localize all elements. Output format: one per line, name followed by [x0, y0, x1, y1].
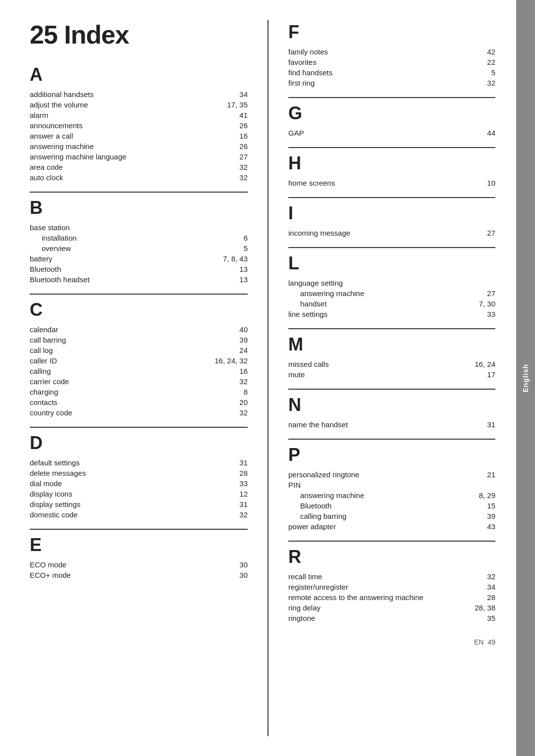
page-title: 25 Index	[30, 20, 248, 50]
section-b: Bbase stationinstallation6overview5batte…	[30, 198, 248, 285]
entry-page: 41	[213, 111, 248, 119]
entry-page: 27	[461, 229, 495, 237]
index-entry: domestic code32	[30, 509, 248, 520]
entry-page: 16	[213, 367, 248, 375]
entry-page: 28, 38	[461, 604, 495, 612]
index-entry: language setting	[288, 278, 495, 288]
index-entry: ringtone35	[288, 613, 495, 623]
entry-page: 22	[461, 58, 495, 66]
index-entry: answering machine8, 29	[288, 490, 495, 501]
section-divider	[288, 328, 495, 329]
side-tab-label: English	[522, 364, 530, 393]
entry-name: PIN	[288, 481, 301, 489]
entry-page: 39	[213, 336, 248, 344]
entry-name: domestic code	[30, 510, 78, 519]
index-entry: overview5	[30, 243, 248, 253]
entry-name: power adapter	[288, 522, 336, 531]
index-entry: answering machine language27	[30, 151, 248, 162]
section-divider	[30, 529, 248, 530]
entry-name: find handsets	[288, 68, 332, 77]
entry-name: display icons	[30, 490, 72, 498]
index-entry: mute17	[288, 369, 495, 380]
index-entry: personalized ringtone21	[288, 469, 495, 480]
index-entry: GAP44	[288, 128, 495, 138]
section-divider	[288, 439, 495, 440]
index-entry: display icons12	[30, 489, 248, 499]
entry-name: GAP	[288, 129, 304, 137]
right-column: Ffamily notes42favorites22find handsets5…	[268, 20, 495, 736]
index-entry: incoming message27	[288, 228, 495, 238]
index-entry: register/unregister34	[288, 582, 495, 592]
entry-name: answering machine	[30, 142, 94, 151]
index-entry: ECO+ mode30	[30, 570, 248, 580]
section-letter: M	[288, 334, 495, 355]
entry-page: 16	[213, 132, 248, 140]
entry-page: 32	[461, 572, 495, 581]
entry-page: 32	[213, 408, 248, 417]
index-entry: power adapter43	[288, 521, 495, 532]
section-divider	[288, 389, 495, 390]
entry-name: personalized ringtone	[288, 470, 359, 479]
section-divider	[288, 197, 495, 198]
footer-page: 49	[487, 638, 495, 646]
entry-page: 39	[461, 512, 495, 520]
section-r: Rrecall time32register/unregister34remot…	[288, 547, 495, 623]
entry-page: 20	[213, 398, 248, 406]
entry-name: ring delay	[288, 604, 321, 612]
section-p: Ppersonalized ringtone21PINanswering mac…	[288, 445, 495, 532]
entry-page: 32	[213, 173, 248, 182]
entry-page: 7, 8, 43	[213, 254, 248, 263]
entry-name: family notes	[288, 48, 328, 56]
entry-name: caller ID	[30, 356, 57, 365]
index-entry: calling barring39	[288, 511, 495, 521]
entry-name: handset	[288, 300, 326, 308]
section-d: Ddefault settings31delete messages28dial…	[30, 433, 248, 520]
entry-page: 26	[213, 142, 248, 151]
index-entry: alarm41	[30, 110, 248, 120]
section-a: Aadditional handsets34adjust the volume1…	[30, 64, 248, 183]
index-entry: calendar40	[30, 324, 248, 335]
section-divider	[30, 294, 248, 295]
section-divider	[288, 247, 495, 248]
entry-page: 26	[213, 121, 248, 130]
entry-name: ringtone	[288, 614, 315, 622]
section-divider	[30, 192, 248, 193]
entry-name: announcements	[30, 121, 83, 130]
index-entry: home screens10	[288, 178, 495, 188]
side-tab: English	[516, 0, 535, 756]
index-entry: contacts20	[30, 397, 248, 407]
index-entry: recall time32	[288, 571, 495, 582]
entry-page: 40	[213, 325, 248, 334]
entry-name: first ring	[288, 79, 315, 87]
section-letter: D	[30, 433, 248, 454]
entry-name: name the handset	[288, 420, 348, 429]
section-divider	[30, 427, 248, 428]
index-entry: remote access to the answering machine28	[288, 592, 495, 603]
section-letter: F	[288, 22, 495, 43]
section-letter: R	[288, 547, 495, 567]
entry-name: remote access to the answering machine	[288, 593, 424, 602]
entry-name: auto clock	[30, 173, 63, 182]
section-letter: I	[288, 203, 495, 224]
entry-name: answering machine	[288, 289, 364, 298]
right-sections: Ffamily notes42favorites22find handsets5…	[288, 22, 495, 623]
entry-name: answer a call	[30, 132, 73, 140]
main-content: 25 Index Aadditional handsets34adjust th…	[0, 0, 535, 756]
entry-name: calling barring	[288, 512, 346, 520]
index-entry: charging8	[30, 387, 248, 397]
section-m: Mmissed calls16, 24mute17	[288, 334, 495, 380]
section-divider	[288, 97, 495, 98]
entry-name: contacts	[30, 398, 57, 406]
entry-page: 13	[213, 275, 248, 284]
index-entry: ECO mode30	[30, 559, 248, 570]
section-letter: G	[288, 103, 495, 124]
entry-name: Bluetooth	[30, 265, 61, 273]
index-entry: display settings31	[30, 499, 248, 509]
entry-name: ECO+ mode	[30, 571, 71, 579]
entry-name: adjust the volume	[30, 101, 88, 109]
entry-page: 34	[213, 90, 248, 99]
entry-page: 27	[213, 152, 248, 161]
entry-page: 5	[461, 68, 495, 77]
index-entry: country code32	[30, 407, 248, 418]
section-f: Ffamily notes42favorites22find handsets5…	[288, 22, 495, 88]
